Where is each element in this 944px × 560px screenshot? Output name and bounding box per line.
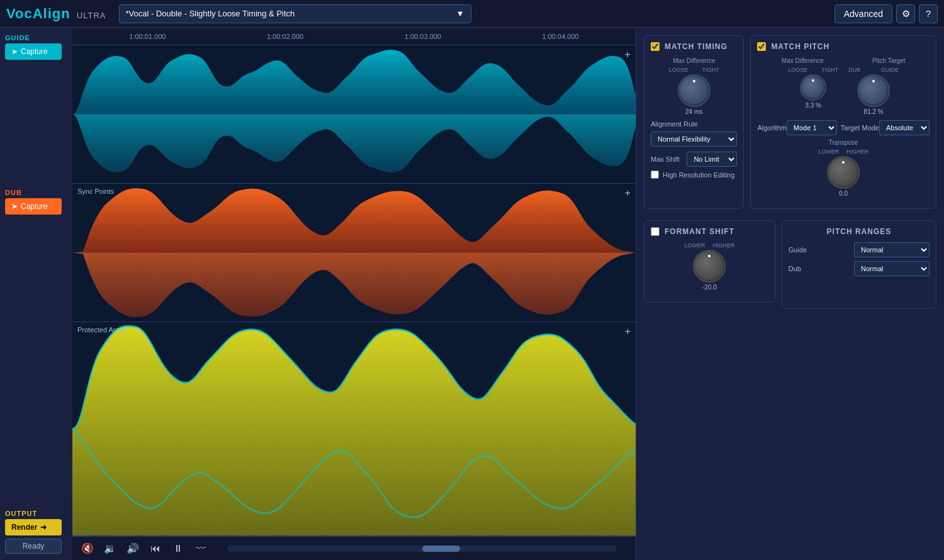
- panel-top-row: MATCH TIMING Max Difference LOOSE TIGHT: [644, 35, 936, 215]
- dub-section: DUB ➤ Capture: [5, 189, 67, 215]
- pitch-target-knob-inner: [860, 77, 887, 104]
- timing-knob-dot: [692, 80, 695, 83]
- pitch-max-diff-value: 3.3 %: [805, 102, 821, 109]
- header: VocAlign ULTRA *Vocal - Double - Slightl…: [0, 0, 944, 28]
- high-res-row: High Resolution Editing: [651, 171, 737, 179]
- logo: VocAlign ULTRA: [6, 6, 106, 22]
- formant-shift-section: FORMANT SHIFT LOWER HIGHER -20.0: [644, 220, 775, 303]
- waveform-area: 1:00:01.000 1:00:02.000 1:00:03.000 1:00…: [72, 28, 636, 560]
- output-track: Protected Areas +: [72, 322, 636, 536]
- render-label: Render: [11, 523, 37, 532]
- transpose-value: 0.0: [839, 190, 848, 197]
- preset-dropdown[interactable]: *Vocal - Double - Slightly Loose Timing …: [119, 4, 471, 23]
- max-diff-label: Max Difference: [651, 57, 737, 64]
- guide-section: GUIDE ➤ Capture: [5, 34, 67, 60]
- preset-label: *Vocal - Double - Slightly Loose Timing …: [126, 9, 295, 18]
- algorithm-select[interactable]: Mode 1: [787, 120, 837, 135]
- guide-capture-button[interactable]: ➤ Capture: [5, 43, 62, 60]
- match-pitch-section: MATCH PITCH Max Difference Pitch Target …: [750, 35, 936, 209]
- output-track-plus-icon[interactable]: +: [625, 326, 631, 337]
- alignment-rule-row: Alignment Rule: [651, 120, 737, 128]
- match-pitch-title: MATCH PITCH: [771, 42, 829, 51]
- help-button[interactable]: ?: [919, 4, 938, 23]
- pitch-target-header-label: Pitch Target: [872, 57, 906, 64]
- settings-button[interactable]: ⚙: [896, 4, 915, 23]
- max-shift-select[interactable]: No Limit: [687, 152, 737, 167]
- high-res-checkbox[interactable]: [651, 171, 659, 179]
- alignment-rule-select-wrap: Normal Flexibility: [651, 132, 737, 147]
- output-section: OUTPUT Render ➜ Ready: [5, 510, 67, 554]
- max-shift-row: Max Shift No Limit: [651, 152, 737, 167]
- loose-label: LOOSE: [669, 67, 688, 73]
- timing-max-diff-value: 24 ms: [685, 108, 702, 115]
- formant-shift-header: FORMANT SHIFT: [651, 227, 768, 236]
- dub-track: Sync Points +: [72, 184, 636, 322]
- scrollbar-thumb[interactable]: [422, 546, 460, 552]
- dub-capture-label: Capture: [21, 202, 48, 211]
- max-shift-label: Max Shift: [651, 155, 680, 163]
- transpose-knob[interactable]: [827, 156, 860, 189]
- timing-max-diff-knob-group: LOOSE TIGHT 24 ms: [669, 67, 719, 115]
- mute-button[interactable]: 🔇: [79, 540, 96, 557]
- pitch-dub-guide-labels: DUB GUIDE: [848, 67, 899, 73]
- dub-label: DUB: [5, 189, 67, 196]
- match-timing-checkbox[interactable]: [651, 42, 660, 51]
- higher-label: HIGHER: [846, 148, 868, 155]
- dub-range-select[interactable]: Normal Low High: [854, 261, 930, 276]
- render-button[interactable]: Render ➜: [5, 519, 62, 535]
- timeline-mark-2: 1:00:02.000: [267, 33, 303, 40]
- tight-label: TIGHT: [702, 67, 719, 73]
- sync-points-label: Sync Points: [77, 188, 114, 195]
- scrollbar[interactable]: [227, 546, 617, 552]
- guide-knob-label: GUIDE: [881, 67, 899, 73]
- back-button[interactable]: ⏮: [147, 540, 164, 557]
- render-icon: ➜: [40, 523, 47, 532]
- logo-align: Align: [33, 6, 70, 21]
- pitch-ranges-title: PITCH RANGES: [789, 227, 930, 236]
- formant-shift-title: FORMANT SHIFT: [665, 227, 734, 236]
- guide-range-select[interactable]: Normal Low High: [854, 242, 930, 257]
- panel-bottom-row: FORMANT SHIFT LOWER HIGHER -20.0: [644, 220, 936, 309]
- timeline-mark-3: 1:00:03.000: [405, 33, 441, 40]
- target-mode-select[interactable]: Absolute: [879, 120, 930, 135]
- logo-ultra: ULTRA: [77, 11, 106, 20]
- timing-knob-labels: LOOSE TIGHT: [669, 67, 719, 73]
- dub-capture-button[interactable]: ➤ Capture: [5, 198, 62, 215]
- pitch-target-group: DUB GUIDE 81.2 %: [848, 67, 899, 115]
- guide-track-plus-icon[interactable]: +: [625, 49, 631, 60]
- pitch-max-diff-knob-inner: [802, 77, 824, 98]
- match-pitch-header: MATCH PITCH: [757, 42, 930, 51]
- formant-shift-checkbox[interactable]: [651, 227, 660, 236]
- timing-knob[interactable]: [678, 74, 711, 107]
- formant-lower-higher-labels: LOWER HIGHER: [684, 242, 734, 249]
- guide-label: GUIDE: [5, 34, 67, 42]
- pause-button[interactable]: ⏸: [169, 540, 187, 557]
- timing-knob-inner: [680, 77, 708, 104]
- logo-voc: Voc: [6, 6, 33, 21]
- advanced-button[interactable]: Advanced: [834, 4, 892, 23]
- pitch-target-dot: [872, 80, 875, 82]
- formant-knob[interactable]: [693, 250, 726, 283]
- alignment-rule-select[interactable]: Normal Flexibility: [651, 132, 737, 147]
- pitch-target-value: 81.2 %: [864, 108, 884, 115]
- pitch-target-knob[interactable]: [857, 74, 890, 107]
- vol-down-button[interactable]: 🔉: [101, 540, 119, 557]
- dub-capture-icon: ➤: [11, 202, 18, 211]
- transpose-dot: [842, 161, 845, 164]
- formant-knob-group: LOWER HIGHER -20.0: [684, 242, 734, 291]
- high-res-label: High Resolution Editing: [663, 171, 734, 179]
- match-pitch-checkbox[interactable]: [757, 42, 766, 51]
- max-diff-pitch-label: Max Difference: [782, 57, 824, 64]
- transpose-knob-row: LOWER HIGHER 0.0: [757, 148, 930, 197]
- wave-button[interactable]: 〰: [192, 540, 210, 557]
- dub-range-row: Dub Normal Low High: [789, 261, 930, 276]
- vol-up-button[interactable]: 🔊: [124, 540, 142, 557]
- pitch-max-diff-knob[interactable]: [800, 74, 826, 101]
- dub-range-label: Dub: [789, 265, 801, 272]
- match-timing-title: MATCH TIMING: [665, 42, 728, 51]
- capture-icon: ➤: [11, 47, 18, 56]
- formant-value: -20.0: [702, 284, 717, 291]
- transpose-label: Transpose: [757, 139, 930, 146]
- dub-track-plus-icon[interactable]: +: [625, 188, 631, 199]
- guide-range-row: Guide Normal Low High: [789, 242, 930, 257]
